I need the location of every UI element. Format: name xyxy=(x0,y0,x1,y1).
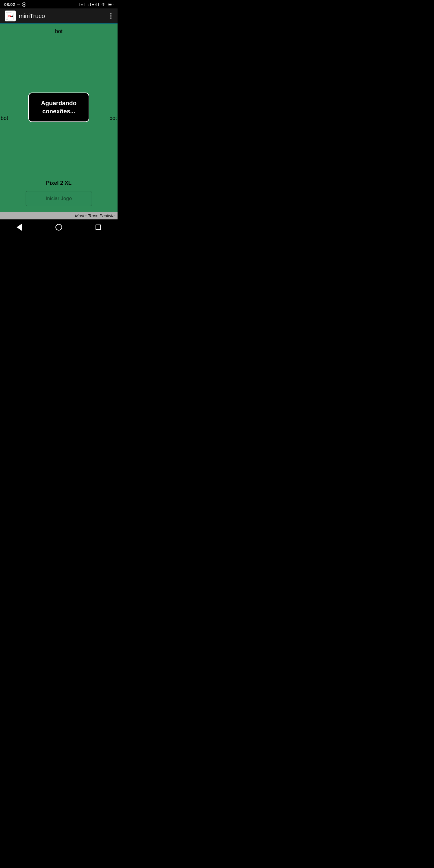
waiting-box: Aguardando conexões... xyxy=(28,93,89,122)
dot-icon xyxy=(92,4,94,5)
wifi-icon xyxy=(101,3,106,6)
svg-rect-2 xyxy=(99,4,99,5)
sim1-icon: U xyxy=(80,3,84,6)
home-icon xyxy=(56,224,62,230)
app-logo-icon: ♥ ♦ ♣ xyxy=(5,10,16,22)
app-bar: ♥ ♦ ♣ miniTruco xyxy=(0,8,118,24)
svg-rect-0 xyxy=(96,3,98,6)
app-title: miniTruco xyxy=(19,13,45,20)
notification-icon-2: ● xyxy=(22,2,26,7)
waiting-text: Aguardando conexões... xyxy=(41,99,76,116)
nav-home-button[interactable] xyxy=(50,221,68,233)
notification-icon-1: ⸻ xyxy=(17,3,20,6)
start-game-button[interactable]: Iniciar Jogo xyxy=(26,191,92,206)
mode-text: Modo: Truco Paulista xyxy=(75,213,115,218)
status-right: U U xyxy=(80,3,113,6)
battery-icon xyxy=(108,3,113,6)
svg-rect-1 xyxy=(96,4,96,5)
status-left: 08:02 ⸻ ● xyxy=(4,2,26,7)
overflow-menu-button[interactable] xyxy=(109,11,113,21)
game-area: bot bot bot Aguardando conexões... Pixel… xyxy=(0,24,118,212)
vibrate-icon xyxy=(95,3,99,6)
overflow-dot-3 xyxy=(110,18,112,19)
back-icon xyxy=(17,224,22,231)
player-bottom-label: Pixel 2 XL xyxy=(46,180,71,186)
recents-icon xyxy=(96,224,101,230)
overflow-dot-1 xyxy=(110,13,112,14)
player-right-label: bot xyxy=(110,115,118,121)
player-top-label: bot xyxy=(0,24,118,35)
status-bar: 08:02 ⸻ ● U U xyxy=(0,0,118,8)
center-area: Aguardando conexões... xyxy=(0,35,118,180)
app-bar-left: ♥ ♦ ♣ miniTruco xyxy=(5,10,45,22)
nav-bar xyxy=(0,219,118,235)
svg-text:♣: ♣ xyxy=(11,14,13,18)
sim2-icon: U xyxy=(86,3,91,6)
mode-bar: Modo: Truco Paulista xyxy=(0,212,118,219)
player-left-label: bot xyxy=(0,115,8,121)
player-bottom-area: Pixel 2 XL Iniciar Jogo xyxy=(0,180,118,212)
nav-back-button[interactable] xyxy=(10,221,28,233)
nav-recents-button[interactable] xyxy=(90,222,107,232)
status-time: 08:02 xyxy=(4,2,15,7)
overflow-dot-2 xyxy=(110,16,112,17)
